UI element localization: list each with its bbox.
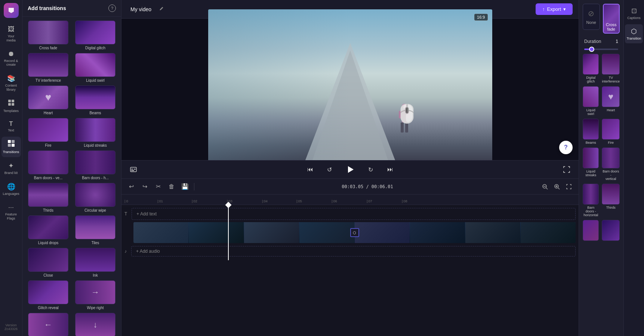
transition-item-liquid-swirl[interactable]: Liquid swirl [73, 53, 117, 83]
right-trans-liquid-swirl[interactable]: Liquid swirl [583, 86, 599, 116]
transition-item-wipe-left[interactable]: ← Wipe left [26, 313, 70, 336]
duration-slider-container[interactable] [583, 49, 620, 50]
audio-track-icon: ♪ [124, 249, 127, 254]
sidebar-item-text[interactable]: T Text [1, 118, 21, 136]
transition-item-barn-doors-v[interactable]: Barn doors - ve... [26, 150, 70, 180]
right-thumb-fire [602, 119, 620, 140]
ruler-mark-0: | 0 [124, 199, 128, 203]
cut-button[interactable]: ✂ [153, 181, 163, 192]
playhead[interactable] [228, 205, 229, 260]
transition-item-wipe-right[interactable]: → Wipe right [73, 280, 117, 310]
transition-item-beams[interactable]: Beams [73, 85, 117, 115]
add-audio-button[interactable]: + Add audio [131, 246, 576, 256]
transition-label-ink: Ink [93, 273, 98, 277]
transition-item-circular-wipe[interactable]: Circular wipe [73, 183, 117, 212]
right-trans-tv-interference[interactable]: TV interference [602, 54, 620, 83]
right-trans-thirds[interactable]: Thirds [602, 184, 620, 217]
aspect-ratio-badge: 16:9 [474, 14, 487, 21]
right-trans-barn-doors-h[interactable]: Barn doors -horizontal [583, 184, 599, 217]
slider-thumb[interactable] [589, 47, 594, 52]
sidebar-item-brand-kit[interactable]: ✦ Brand kit [1, 159, 21, 178]
right-thumb-liquid-swirl [583, 86, 599, 107]
rewind-5s-button[interactable]: ↺ [324, 164, 336, 175]
skip-to-start-button[interactable]: ⏮ [304, 164, 316, 175]
sidebar-item-record-create[interactable]: ⏺ Record &create [1, 47, 21, 70]
duration-slider[interactable] [584, 49, 618, 50]
duration-value: 1 [616, 39, 618, 44]
sidebar-item-templates[interactable]: Templates [1, 96, 21, 116]
transition-thumb-liquid-drops [28, 215, 68, 239]
transition-item-liquid-drops[interactable]: Liquid drops [26, 215, 70, 245]
svg-rect-16 [130, 167, 136, 172]
right-trans-barn-doors-v[interactable]: Barn doors -vertical [602, 147, 620, 181]
help-button[interactable]: ? [559, 141, 573, 154]
svg-rect-17 [131, 169, 133, 169]
transition-label-liquid-drops: Liquid drops [38, 241, 58, 245]
right-trans-liquid-streaks[interactable]: Liquid streaks [583, 147, 599, 181]
svg-line-22 [546, 188, 548, 189]
fullscreen-button[interactable] [561, 164, 573, 175]
zoom-out-button[interactable] [540, 181, 550, 192]
transition-item-wipe-down[interactable]: ↓ Wipe down [73, 313, 117, 336]
help-icon-panel[interactable]: ? [108, 4, 116, 12]
captions-tab[interactable]: ⊡ Captions [626, 4, 642, 23]
transition-item-liquid-streaks[interactable]: Liquid streaks [73, 118, 117, 147]
project-title[interactable]: My video [127, 5, 154, 14]
right-thumb-beams [583, 119, 599, 140]
sidebar-item-languages[interactable]: 🌐 Languages [1, 180, 21, 199]
play-pause-button[interactable] [343, 162, 357, 177]
right-trans-extra1[interactable] [583, 220, 599, 242]
right-trans-fire[interactable]: Fire [602, 119, 620, 144]
add-text-button[interactable]: + Add text [132, 208, 576, 220]
right-transitions-grid: Digital glitch TV interference Liquid sw… [583, 54, 620, 242]
right-trans-beams[interactable]: Beams [583, 119, 599, 144]
undo-button[interactable]: ↩ [126, 181, 136, 192]
title-edit-icon[interactable] [159, 6, 164, 12]
right-thumb-digital-glitch [583, 54, 599, 75]
zoom-in-button[interactable] [552, 181, 562, 192]
video-track[interactable]: ⬡ [133, 222, 576, 243]
transition-item-cross-fade[interactable]: Cross fade [26, 21, 70, 50]
transition-tab[interactable]: ⬡ Transition [625, 24, 643, 43]
video-frame: 16:9 [208, 9, 492, 170]
export-button[interactable]: ↑ Export ▾ [536, 3, 573, 15]
transition-item-close[interactable]: Close [26, 248, 70, 277]
save-button[interactable]: 💾 [180, 181, 190, 192]
sidebar-item-content-library[interactable]: 📚 Contentlibrary [1, 71, 21, 95]
brand-kit-icon: ✦ [8, 162, 14, 170]
transition-item-heart[interactable]: ♥ Heart [26, 85, 70, 115]
transition-item-thirds[interactable]: Thirds [26, 183, 70, 212]
text-icon: T [9, 121, 13, 127]
sidebar-item-your-media[interactable]: 🖼 Your media [1, 22, 21, 46]
transition-item-ink[interactable]: Ink [73, 248, 117, 277]
transition-item-glitch-reveal[interactable]: Glitch reveal [26, 280, 70, 310]
captions-toggle-button[interactable] [127, 164, 139, 175]
redo-button[interactable]: ↪ [139, 181, 150, 192]
right-trans-digital-glitch[interactable]: Digital glitch [583, 54, 599, 83]
transition-thumb-liquid-streaks [75, 118, 115, 142]
transition-thumb-fire [28, 118, 68, 142]
transition-marker[interactable]: ⬡ [350, 228, 359, 237]
transitions-icon [7, 140, 15, 149]
sidebar-item-feature-flags[interactable]: ··· FeatureFlags [1, 200, 21, 224]
delete-button[interactable]: 🗑 [166, 181, 177, 192]
cross-fade-selected[interactable]: Cross fade [603, 4, 620, 34]
skip-to-end-button[interactable]: ⏭ [384, 164, 396, 175]
fit-timeline-button[interactable] [564, 181, 574, 192]
playback-right-icons [561, 164, 573, 175]
far-right-tabs: ⊡ Captions ⬡ Transition [623, 0, 644, 336]
right-trans-heart[interactable]: ♥ Heart [602, 86, 620, 116]
sidebar-item-transitions[interactable]: Transitions [1, 137, 21, 157]
transition-item-tiles[interactable]: Tiles [73, 215, 117, 245]
transition-item-tv-interference[interactable]: TV interference [26, 53, 70, 83]
transitions-grid: Cross fade Digital glitch TV interferenc… [22, 17, 121, 336]
main-area: My video ↑ Export ▾ [121, 0, 579, 336]
svg-marker-20 [348, 166, 354, 173]
right-trans-extra2[interactable] [602, 220, 620, 242]
none-transition-item[interactable]: ⊘ None [583, 4, 600, 30]
transition-item-digital-glitch[interactable]: Digital glitch [73, 21, 117, 50]
forward-5s-button[interactable]: ↻ [365, 164, 377, 175]
transition-item-barn-doors-h[interactable]: Barn doors - h... [73, 150, 117, 180]
transition-item-fire[interactable]: Fire [26, 118, 70, 147]
sidebar-nav: 🖼 Your media ⏺ Record &create 📚 Contentl… [0, 0, 22, 336]
